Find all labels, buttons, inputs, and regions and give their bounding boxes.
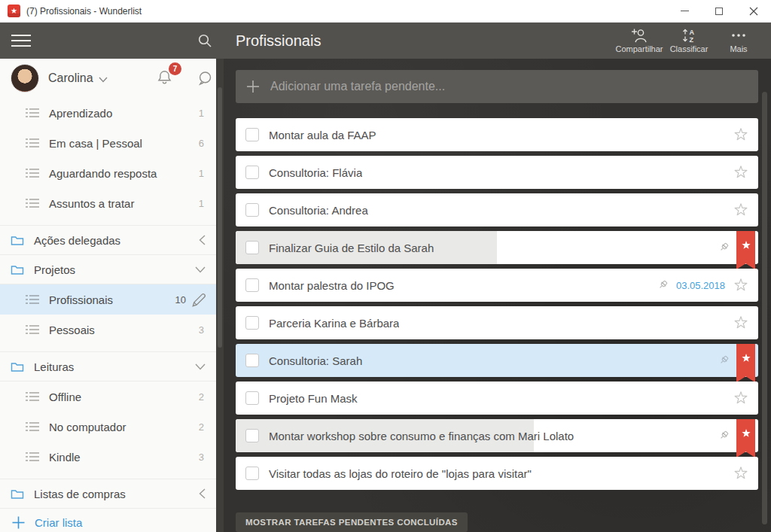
- task-checkbox[interactable]: [245, 391, 259, 405]
- sort-button[interactable]: A Z Classificar: [664, 26, 714, 55]
- wunderlist-logo-icon: [8, 5, 20, 17]
- edit-pencil-icon[interactable]: [190, 292, 209, 308]
- task-checkbox[interactable]: [245, 316, 259, 330]
- sort-az-icon: A Z: [681, 28, 696, 43]
- sidebar-item-offline[interactable]: Offline 2: [0, 382, 216, 412]
- star-button[interactable]: [733, 164, 749, 181]
- star-button[interactable]: [733, 202, 749, 218]
- window-titlebar: (7) Profissionais - Wunderlist: [0, 0, 771, 23]
- sidebar-item-assuntos-a-tratar[interactable]: Assuntos a tratar 1: [0, 188, 216, 218]
- notifications-button[interactable]: 7: [157, 69, 180, 88]
- task-title: Consultoria: Sarah: [269, 354, 362, 367]
- sidebar-item-label: Assuntos a tratar: [49, 197, 134, 210]
- task-row[interactable]: Montar palestra do IPOG 03.05.2018: [236, 269, 758, 302]
- task-checkbox[interactable]: [245, 429, 259, 442]
- sidebar-item-label: Aguardando resposta: [49, 167, 157, 180]
- task-row[interactable]: Finalizar Guia de Estilo da Sarah: [236, 231, 758, 264]
- sidebar-item-em-casa-pessoal[interactable]: Em casa | Pessoal 6: [0, 128, 216, 158]
- sidebar-scrollbar[interactable]: [216, 59, 224, 532]
- item-count: 6: [199, 138, 204, 149]
- chevron-down-icon: [195, 363, 206, 370]
- task-row[interactable]: Projeto Fun Mask: [236, 382, 758, 415]
- create-list-button[interactable]: Criar lista: [0, 509, 216, 532]
- main-scrollbar-thumb[interactable]: [762, 92, 767, 524]
- starred-ribbon[interactable]: [736, 344, 755, 382]
- due-date[interactable]: 03.05.2018: [676, 280, 725, 291]
- share-button[interactable]: Compartilhar: [614, 26, 664, 55]
- task-checkbox[interactable]: [245, 166, 259, 179]
- sidebar-list: Aprendizado 1 Em casa | Pessoal 6 Aguard…: [0, 98, 224, 532]
- star-icon: [733, 126, 749, 143]
- sidebar-scrollbar-thumb[interactable]: [218, 87, 222, 348]
- sidebar-item-aprendizado[interactable]: Aprendizado 1: [0, 98, 216, 128]
- task-row[interactable]: Consultoria: Flávia: [236, 156, 758, 189]
- task-checkbox[interactable]: [245, 203, 259, 217]
- task-checkbox[interactable]: [245, 354, 259, 367]
- sidebar-folder-listas-de-compras[interactable]: Listas de compras: [0, 479, 216, 509]
- pin-icon: [657, 279, 669, 291]
- task-row[interactable]: Parceria Karina e Bárbara: [236, 306, 758, 339]
- more-dots-icon: [730, 28, 747, 43]
- close-button[interactable]: [736, 0, 771, 22]
- task-row[interactable]: Visitar todas as lojas do roteiro de "lo…: [236, 457, 758, 490]
- sidebar-folder-projetos[interactable]: Projetos: [0, 254, 216, 284]
- add-task-bar[interactable]: [236, 70, 758, 103]
- task-title: Projeto Fun Mask: [269, 392, 358, 405]
- sidebar-item-aguardando-resposta[interactable]: Aguardando resposta 1: [0, 158, 216, 188]
- chevron-down-icon: [99, 77, 108, 83]
- task-checkbox[interactable]: [245, 278, 259, 292]
- star-button[interactable]: [733, 126, 749, 143]
- item-count: 10: [175, 294, 186, 306]
- task-checkbox[interactable]: [245, 128, 259, 141]
- task-row-selected[interactable]: Consultoria: Sarah: [236, 344, 758, 377]
- starred-ribbon[interactable]: [736, 419, 755, 458]
- task-row[interactable]: Montar aula da FAAP: [236, 118, 758, 151]
- search-icon[interactable]: [197, 33, 212, 48]
- sidebar-item-kindle[interactable]: Kindle 3: [0, 442, 216, 472]
- add-task-input[interactable]: [270, 80, 748, 93]
- task-checkbox[interactable]: [245, 467, 259, 480]
- share-label: Compartilhar: [616, 44, 663, 53]
- sidebar-item-label: Aprendizado: [49, 107, 112, 120]
- plus-icon: [246, 80, 260, 93]
- task-title: Consultoria: Flávia: [269, 166, 362, 179]
- starred-ribbon[interactable]: [736, 231, 755, 269]
- sidebar-item-pessoais[interactable]: Pessoais 3: [0, 315, 216, 345]
- sidebar-item-label: No computador: [49, 421, 126, 433]
- sidebar-folder-acoes-delegadas[interactable]: Ações delegadas: [0, 225, 216, 255]
- sort-label: Classificar: [670, 44, 709, 53]
- more-button[interactable]: Mais: [714, 26, 763, 55]
- sidebar-item-profissionais[interactable]: Profissionais 10: [0, 284, 216, 315]
- avatar[interactable]: [11, 64, 39, 93]
- list-icon: [26, 295, 39, 304]
- folder-icon: [11, 264, 24, 275]
- star-icon: [740, 239, 752, 251]
- show-completed-button[interactable]: MOSTRAR TAREFAS PENDENTES CONCLUÍDAS: [236, 512, 468, 532]
- list-icon: [26, 169, 39, 178]
- star-button[interactable]: [733, 390, 749, 406]
- user-account-row[interactable]: Carolina 7: [0, 59, 224, 98]
- task-title: Montar palestra do IPOG: [269, 279, 395, 292]
- star-button[interactable]: [733, 315, 749, 331]
- item-count: 1: [199, 108, 204, 119]
- item-count: 3: [199, 451, 204, 463]
- main-content: Profissionais Compartilhar A Z: [224, 23, 771, 532]
- task-row[interactable]: Montar workshop sobre consumo e finanças…: [236, 419, 758, 452]
- sidebar-folder-leituras[interactable]: Leituras: [0, 351, 216, 382]
- star-icon: [733, 465, 749, 482]
- chevron-down-icon: [195, 266, 206, 273]
- sidebar-item-label: Em casa | Pessoal: [49, 137, 142, 150]
- sidebar-item-no-computador[interactable]: No computador 2: [0, 412, 216, 442]
- item-count: 2: [199, 391, 204, 403]
- star-button[interactable]: [733, 465, 749, 482]
- task-row[interactable]: Consultoria: Andrea: [236, 193, 758, 226]
- star-button[interactable]: [733, 277, 749, 293]
- create-list-label: Criar lista: [35, 516, 82, 529]
- conversations-icon[interactable]: [197, 70, 213, 87]
- task-checkbox[interactable]: [245, 241, 259, 254]
- minimize-icon: [681, 11, 689, 11]
- minimize-button[interactable]: [667, 0, 702, 22]
- star-icon: [733, 277, 749, 293]
- hamburger-menu-icon[interactable]: [11, 35, 31, 47]
- maximize-button[interactable]: [702, 0, 736, 22]
